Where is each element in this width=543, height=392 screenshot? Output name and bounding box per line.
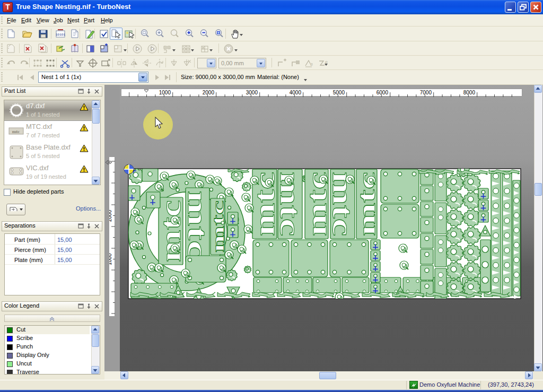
svg-text:mtc: mtc	[208, 201, 227, 252]
svg-text:mtc: mtc	[12, 129, 20, 134]
svg-text:mtc: mtc	[155, 200, 187, 262]
svg-text:e: e	[310, 62, 313, 67]
svg-text:mtc: mtc	[353, 172, 380, 236]
svg-text:10101: 10101	[56, 33, 65, 37]
